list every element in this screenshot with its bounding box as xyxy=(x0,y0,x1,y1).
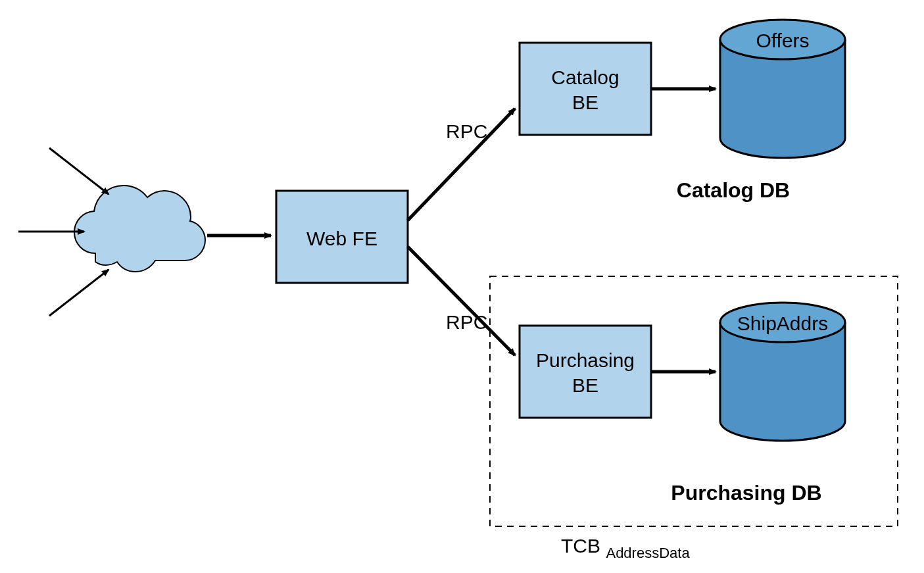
incoming-arrow-3 xyxy=(49,270,109,316)
purchasing-be-label-2: BE xyxy=(572,374,598,396)
purchasing-db-label: Purchasing DB xyxy=(671,481,821,505)
tcb-label: TCB AddressData xyxy=(561,535,690,561)
catalog-be-label-1: Catalog xyxy=(551,66,619,88)
incoming-arrow-1 xyxy=(49,148,109,194)
cloud-icon xyxy=(74,186,205,272)
shipaddrs-db-label: ShipAddrs xyxy=(737,312,828,334)
catalog-be-box xyxy=(520,43,651,135)
rpc-label-2: RPC xyxy=(446,311,487,333)
web-fe-label: Web FE xyxy=(306,228,377,249)
purchasing-be-label-1: Purchasing xyxy=(536,349,635,371)
catalog-db-label: Catalog DB xyxy=(677,178,790,202)
offers-db-label: Offers xyxy=(756,30,809,51)
rpc-label-1: RPC xyxy=(446,120,487,142)
catalog-be-label-2: BE xyxy=(572,91,598,113)
purchasing-be-box xyxy=(520,326,651,418)
arrow-webfe-to-purchasingbe xyxy=(408,247,515,355)
